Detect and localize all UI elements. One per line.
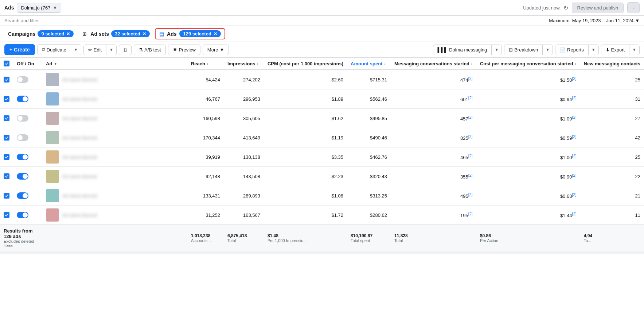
- messaging-conversations-header[interactable]: Messaging conversations started↕: [391, 58, 476, 70]
- row-conversations-cell: 474[2]: [391, 70, 476, 89]
- export-button[interactable]: ⬇ Export: [601, 45, 630, 55]
- row-checkbox-cell[interactable]: [0, 70, 13, 89]
- row-toggle-cell[interactable]: [13, 186, 42, 206]
- account-selector[interactable]: Dolma.jo (767 ▼: [17, 3, 61, 13]
- note-icon: [2]: [468, 134, 473, 139]
- duplicate-icon: ⧉: [42, 47, 45, 53]
- footer-conversations: 11,828: [394, 233, 473, 238]
- toggle-on[interactable]: [17, 192, 28, 199]
- dolma-messaging-button[interactable]: ▌▌▌ Dolma messaging: [433, 45, 492, 55]
- ads-badge-clear[interactable]: ✕: [214, 31, 217, 37]
- cost-per-messaging-header[interactable]: Cost per messaging conversation started↕: [476, 58, 580, 70]
- row-new-contacts-cell: 11: [580, 206, 644, 225]
- edit-dropdown[interactable]: ▼: [106, 45, 116, 55]
- search-input[interactable]: [4, 18, 549, 23]
- ad-name: Ad name blurred: [62, 154, 97, 160]
- row-conversations-cell: 601[2]: [391, 89, 476, 109]
- reports-button[interactable]: 📄 Reports: [555, 45, 589, 55]
- row-toggle-cell[interactable]: [13, 167, 42, 186]
- sort-down-icon: ↓: [384, 62, 386, 66]
- more-button[interactable]: More ▼: [203, 45, 229, 55]
- select-all-checkbox[interactable]: [4, 61, 9, 66]
- row-checkbox[interactable]: [4, 193, 9, 199]
- campaigns-tab[interactable]: Campaigns 9 selected ✕: [4, 28, 77, 39]
- row-checkbox[interactable]: [4, 115, 9, 121]
- toggle-on[interactable]: [17, 212, 28, 218]
- row-checkbox[interactable]: [4, 77, 9, 82]
- refresh-icon[interactable]: ↻: [563, 4, 568, 11]
- toggle-off[interactable]: [17, 76, 28, 83]
- top-bar-right: Updated just now ↻ Review and publish ··…: [523, 2, 640, 13]
- select-all-header[interactable]: [0, 58, 13, 70]
- adsets-badge-clear[interactable]: ✕: [143, 31, 146, 37]
- dolma-messaging-dropdown[interactable]: ▼: [492, 45, 501, 55]
- row-ad-cell: Ad name blurred: [42, 186, 187, 206]
- reach-header[interactable]: Reach↕: [187, 58, 224, 70]
- scroll-bar-area[interactable]: [0, 251, 644, 254]
- row-checkbox-cell[interactable]: [0, 89, 13, 109]
- account-name: Dolma.jo (767: [21, 5, 50, 11]
- note-icon: [2]: [468, 154, 473, 158]
- ab-test-button[interactable]: ⚗ A/B test: [134, 45, 166, 55]
- row-toggle-cell[interactable]: [13, 89, 42, 109]
- chevron-down-icon: ▼: [219, 47, 224, 53]
- row-checkbox-cell[interactable]: [0, 186, 13, 206]
- date-range-selector[interactable]: Maximum: May 19, 2023 – Jun 11, 2024 ▼: [549, 18, 640, 23]
- edit-button[interactable]: ✏ Edit: [84, 45, 106, 55]
- cpm-header[interactable]: CPM (cost per 1,000 impressions): [264, 58, 347, 70]
- row-checkbox[interactable]: [4, 135, 9, 141]
- ads-tab[interactable]: ▤ Ads 129 selected ✕: [155, 28, 225, 39]
- create-button[interactable]: + Create: [4, 44, 35, 55]
- table-body: Ad name blurred54,424274,202$2.60$715.31…: [0, 70, 644, 225]
- row-checkbox[interactable]: [4, 154, 9, 160]
- sort-icon: ▼: [54, 62, 57, 66]
- row-checkbox[interactable]: [4, 173, 9, 179]
- impressions-header[interactable]: Impressions↕: [224, 58, 264, 70]
- ads-icon: ▤: [159, 31, 164, 37]
- toggle-on[interactable]: [17, 96, 28, 102]
- row-checkbox-cell[interactable]: [0, 109, 13, 128]
- toggle-on[interactable]: [17, 154, 28, 160]
- row-checkbox[interactable]: [4, 96, 9, 102]
- table-row: Ad name blurred170,344413,649$1.19$490.4…: [0, 128, 644, 147]
- campaigns-badge-clear[interactable]: ✕: [66, 31, 70, 37]
- ad-name: Ad name blurred: [62, 116, 97, 121]
- duplicate-dropdown[interactable]: ▼: [71, 45, 81, 55]
- amount-spent-header[interactable]: Amount spent↓: [347, 58, 391, 70]
- adsets-tab[interactable]: ⊞ Ad sets 32 selected ✕: [79, 28, 153, 39]
- breakdown-dropdown[interactable]: ▼: [543, 45, 553, 55]
- ad-header[interactable]: Ad▼: [42, 58, 187, 70]
- note-icon: [2]: [572, 76, 576, 81]
- more-options-button[interactable]: ···: [627, 2, 640, 13]
- toggle-on[interactable]: [17, 173, 28, 180]
- row-new-contacts-cell: 21: [580, 186, 644, 206]
- row-amount-spent-cell: $495.85: [347, 109, 391, 128]
- row-reach-cell: 54,424: [187, 70, 224, 89]
- breakdown-button[interactable]: ⊟ Breakdown: [504, 45, 543, 55]
- duplicate-button[interactable]: ⧉ Duplicate: [38, 45, 71, 55]
- export-dropdown[interactable]: ▼: [629, 45, 639, 55]
- row-toggle-cell[interactable]: [13, 128, 42, 147]
- row-toggle-cell[interactable]: [13, 147, 42, 167]
- footer-new-contacts: 4,94: [584, 233, 640, 238]
- review-publish-button[interactable]: Review and publish: [572, 3, 624, 13]
- row-toggle-cell[interactable]: [13, 109, 42, 128]
- footer-cost-conv-cell: $0.86 Per Action: [476, 225, 580, 251]
- toggle-off[interactable]: [17, 134, 28, 141]
- row-toggle-cell[interactable]: [13, 206, 42, 225]
- delete-button[interactable]: 🗑: [119, 45, 132, 55]
- reports-dropdown[interactable]: ▼: [589, 45, 598, 55]
- new-messaging-header[interactable]: New messaging contacts: [580, 58, 644, 70]
- row-checkbox-cell[interactable]: [0, 147, 13, 167]
- row-toggle-cell[interactable]: [13, 70, 42, 89]
- note-icon: [2]: [572, 134, 576, 139]
- row-checkbox-cell[interactable]: [0, 167, 13, 186]
- top-bar: Ads Dolma.jo (767 ▼ Updated just now ↻ R…: [0, 0, 644, 16]
- row-checkbox-cell[interactable]: [0, 128, 13, 147]
- preview-button[interactable]: 👁 Preview: [168, 45, 200, 55]
- row-checkbox[interactable]: [4, 212, 9, 218]
- toggle-off[interactable]: [17, 115, 28, 122]
- note-icon: [2]: [572, 212, 576, 216]
- row-checkbox-cell[interactable]: [0, 206, 13, 225]
- row-conversations-cell: 195[2]: [391, 206, 476, 225]
